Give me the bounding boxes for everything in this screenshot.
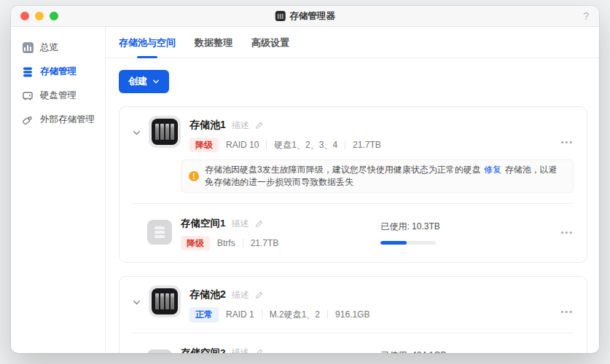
volume-usage: 已使用: 424.1GB (380, 349, 552, 353)
usage-progress-fill (380, 241, 407, 245)
volume-icon (147, 349, 172, 353)
pool-disks: 硬盘1、2、3、4 (274, 139, 337, 151)
repair-link[interactable]: 修复 (484, 165, 501, 175)
sidebar: 总览 存储管理 (11, 27, 106, 352)
volume-row: 存储空间2 描述 正常 Btrfs 916GB (131, 344, 574, 353)
pool-header: 存储池2 描述 正常 RAID 1 M.2硬盘1、2 (131, 285, 574, 322)
pool-name: 存储池1 (189, 119, 226, 132)
volume-filesystem: Btrfs (217, 238, 235, 248)
volume-icon (147, 220, 172, 245)
volume-size: 21.7TB (251, 238, 279, 248)
edit-pencil-icon[interactable] (255, 220, 263, 228)
traffic-lights (20, 12, 58, 20)
pool-name: 存储池2 (189, 288, 226, 301)
volume-name: 存储空间1 (181, 217, 226, 230)
pool-more-actions-button[interactable]: ••• (560, 307, 574, 316)
pool-degraded-warning: ! 存储池因硬盘3发生故障而降级，建议您尽快使用健康状态为正常的硬盘 修复 存储… (181, 159, 574, 193)
pool-status-badge: 正常 (189, 307, 219, 322)
sidebar-item-label: 硬盘管理 (40, 90, 77, 102)
sidebar-item-external-storage[interactable]: 外部存储管理 (11, 108, 105, 132)
tab-bar: 存储池与空间 数据整理 高级设置 (106, 27, 599, 58)
close-window-button[interactable] (20, 12, 29, 20)
nas-pool-icon (149, 116, 181, 148)
pool-description-placeholder: 描述 (232, 119, 249, 132)
nas-pool-icon (149, 285, 181, 317)
storage-pool-card: 存储池1 描述 降级 RAID 10 硬盘1、2、3、4 (119, 106, 587, 263)
volume-more-actions-button[interactable]: ••• (560, 228, 574, 237)
sidebar-item-overview[interactable]: 总览 (11, 36, 105, 60)
main-panel: 存储池与空间 数据整理 高级设置 创建 (106, 27, 599, 352)
divider (131, 203, 574, 204)
tab-data-scrubbing[interactable]: 数据整理 (195, 36, 232, 58)
create-button-label: 创建 (128, 75, 147, 88)
sidebar-item-label: 存储管理 (40, 66, 77, 78)
zoom-window-button[interactable] (50, 12, 58, 20)
sidebar-item-label: 总览 (40, 41, 58, 54)
pool-status-badge: 降级 (189, 138, 219, 152)
storage-manager-app-icon (275, 11, 285, 21)
collapse-chevron-icon[interactable] (131, 298, 141, 307)
tab-advanced-settings[interactable]: 高级设置 (251, 36, 289, 58)
hard-disk-icon (22, 90, 34, 102)
minimize-window-button[interactable] (35, 12, 44, 20)
pool-header: 存储池1 描述 降级 RAID 10 硬盘1、2、3、4 (131, 116, 574, 152)
pool-raid-type: RAID 1 (226, 309, 254, 320)
tab-pools-and-volumes[interactable]: 存储池与空间 (119, 36, 176, 58)
sidebar-item-disk-management[interactable]: 硬盘管理 (11, 84, 105, 108)
volume-name: 存储空间2 (181, 347, 226, 353)
sidebar-item-storage-management[interactable]: 存储管理 (11, 60, 105, 84)
pool-size: 21.7TB (353, 140, 381, 150)
warning-text-before: 存储池因硬盘3发生故障而降级，建议您尽快使用健康状态为正常的硬盘 (205, 165, 481, 175)
volume-status-badge: 降级 (181, 236, 210, 250)
divider (266, 141, 267, 149)
divider (131, 333, 574, 333)
sidebar-item-label: 外部存储管理 (40, 114, 95, 126)
titlebar: 存储管理器 ? (11, 6, 599, 27)
pool-raid-type: RAID 10 (226, 140, 259, 150)
divider (243, 239, 243, 248)
storage-manager-window: 存储管理器 ? 总览 存储管理 (11, 6, 599, 353)
window-title: 存储管理器 (289, 10, 335, 23)
divider (262, 310, 262, 319)
divider (327, 310, 328, 319)
pool-disks: M.2硬盘1、2 (270, 309, 320, 321)
storage-stack-icon (22, 66, 34, 78)
pool-size: 916.1GB (335, 309, 369, 320)
storage-pool-card: 存储池2 描述 正常 RAID 1 M.2硬盘1、2 (119, 276, 587, 353)
volume-description-placeholder: 描述 (232, 347, 249, 353)
chevron-down-icon (152, 78, 160, 85)
divider (345, 141, 345, 149)
warning-text: 存储池因硬盘3发生故障而降级，建议您尽快使用健康状态为正常的硬盘 修复 存储池，… (205, 164, 566, 189)
volume-used-label: 已使用: 10.3TB (380, 221, 552, 233)
volume-used-label: 已使用: 424.1GB (380, 349, 552, 353)
volume-usage: 已使用: 10.3TB (380, 221, 552, 245)
edit-pencil-icon[interactable] (255, 349, 263, 353)
collapse-chevron-icon[interactable] (131, 128, 141, 138)
edit-pencil-icon[interactable] (255, 122, 263, 130)
volume-description-placeholder: 描述 (232, 218, 249, 230)
volume-row: 存储空间1 描述 降级 Btrfs 21.7TB (131, 214, 574, 250)
warning-icon: ! (189, 171, 199, 181)
usage-progress-bar (380, 241, 436, 245)
usb-drive-icon (22, 114, 34, 126)
pool-description-placeholder: 描述 (232, 289, 249, 301)
create-button[interactable]: 创建 (119, 70, 169, 93)
pool-more-actions-button[interactable]: ••• (560, 138, 574, 146)
help-icon[interactable]: ? (583, 10, 589, 22)
window-title-group: 存储管理器 (275, 6, 335, 26)
overview-icon (22, 42, 34, 54)
edit-pencil-icon[interactable] (255, 291, 263, 299)
